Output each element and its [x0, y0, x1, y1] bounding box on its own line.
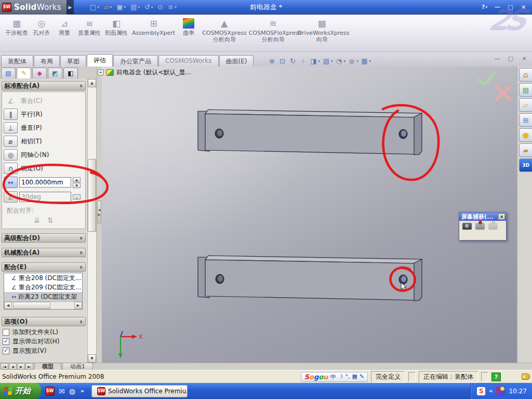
view-palette-icon[interactable]: ⊞: [519, 113, 532, 127]
display-style-icon[interactable]: ◔: [335, 57, 345, 65]
new-document-icon[interactable]: □: [88, 2, 101, 12]
quicklaunch-overflow-icon[interactable]: »: [81, 388, 84, 394]
animation1-tab[interactable]: 动画1: [62, 363, 93, 370]
sogou-ime-bar[interactable]: Sogou 中☽°,▦✎: [301, 372, 368, 382]
advanced-mates-header[interactable]: 高级配合(D) »: [2, 233, 86, 243]
section-view-icon[interactable]: ◨: [309, 57, 320, 65]
mate-type-icon[interactable]: ∥: [4, 109, 18, 120]
mate-perpendicular[interactable]: ⊥ 垂直(P): [4, 121, 84, 135]
mates-list-header[interactable]: 配合(E) «: [2, 262, 86, 272]
driveworksxpress-button[interactable]: ▩ DriveWorksXpress 向导: [298, 17, 347, 44]
mate-type-icon[interactable]: ∩: [4, 163, 18, 174]
cosmosxpress-button[interactable]: ▲ COSMOSXpress 分析向导: [200, 17, 248, 44]
menu-expand-arrow-icon[interactable]: ▶: [66, 0, 74, 15]
sheet-nav-icon[interactable]: ▶|: [25, 363, 33, 370]
checkbox[interactable]: [3, 329, 9, 336]
mechanical-mates-header[interactable]: 机械配合(A) »: [2, 248, 86, 257]
interference-check-button[interactable]: ▦ 干涉检查: [3, 17, 30, 37]
tab-office-products[interactable]: 办公室产品: [113, 55, 158, 66]
doc-minimize-button[interactable]: —: [494, 55, 501, 62]
screen-capture-window[interactable]: 屏幕捕获(... ×: [459, 212, 507, 241]
record-video-icon[interactable]: [475, 223, 485, 230]
attachment-icon[interactable]: ⊙: [156, 2, 165, 12]
tab-surfaces[interactable]: 曲面(E): [219, 55, 254, 66]
cosmosfloxpress-button[interactable]: ≋ COSMOSFloXpress 分析向导: [249, 17, 298, 44]
mail-icon[interactable]: ✉: [59, 387, 65, 395]
mate-item-coincident[interactable]: ∠ 重合209 (DC固定支...: [4, 283, 82, 292]
capture-close-icon[interactable]: ×: [498, 214, 505, 220]
scroll-right-icon[interactable]: ▶: [74, 302, 82, 309]
save-icon[interactable]: ▣: [115, 2, 127, 12]
sheet-nav-icon[interactable]: |◀: [1, 363, 8, 370]
tree-expand-icon[interactable]: +: [98, 70, 103, 75]
start-button[interactable]: 开始: [0, 383, 41, 399]
show-desktop-icon[interactable]: ◍: [69, 387, 75, 395]
angle-icon[interactable]: ∠: [4, 191, 18, 203]
mate-parallel[interactable]: ∥ 平行(R): [4, 108, 84, 121]
mate-type-icon[interactable]: ⊥: [4, 122, 18, 134]
scroll-left-icon[interactable]: ◀: [4, 302, 12, 309]
appearances-icon[interactable]: ●: [519, 128, 532, 142]
splitter-grip[interactable]: ◀▶: [97, 201, 101, 223]
appearances-menu-icon[interactable]: ●: [348, 57, 358, 65]
checkbox[interactable]: [3, 338, 9, 345]
print-icon[interactable]: ▤: [129, 2, 141, 12]
mate-tangent[interactable]: ⌀ 相切(T): [4, 135, 84, 148]
measure-button[interactable]: ⊿ 测量: [53, 17, 76, 37]
distance-input[interactable]: [19, 177, 71, 188]
panel-splitter[interactable]: ◀▶: [96, 66, 102, 363]
zoom-area-icon[interactable]: ⊡: [278, 57, 286, 65]
mate-type-icon[interactable]: ◎: [4, 149, 18, 161]
mate-item-coincident[interactable]: ∠ 重合208 (DC固定支...: [4, 273, 82, 283]
mate-coincident[interactable]: ∠ 重合(C): [4, 94, 84, 108]
scene-icon[interactable]: ▦: [361, 57, 371, 65]
mate-type-icon[interactable]: ∠: [4, 95, 18, 107]
dimxpert-tab[interactable]: ◧: [63, 68, 78, 78]
hole-alignment-button[interactable]: ◎ 孔对齐: [30, 17, 53, 37]
ime-icon[interactable]: ▦: [352, 373, 357, 381]
assemblyxpert-button[interactable]: ⊞ AssemblyXpert: [130, 17, 177, 37]
option-show-preview[interactable]: 显示预览(V): [3, 346, 86, 355]
assembly-root-label[interactable]: 前电器盒 (默认<默认_显...: [116, 68, 191, 77]
capture-window-titlebar[interactable]: 屏幕捕获(... ×: [459, 212, 506, 221]
solidworks-quicklaunch-icon[interactable]: SW: [45, 387, 55, 396]
doc-restore-button[interactable]: ▢: [507, 55, 514, 62]
help-button[interactable]: ?: [479, 3, 490, 12]
3d-content-icon[interactable]: 3D: [519, 158, 532, 172]
doc-close-button[interactable]: ×: [521, 55, 528, 62]
model-tab[interactable]: 模型: [34, 363, 61, 370]
section-properties-button[interactable]: ◧ 剖面属性: [103, 17, 130, 37]
configurationmanager-tab[interactable]: ◆: [32, 68, 47, 78]
mate-concentric[interactable]: ◎ 同轴心(N): [4, 148, 84, 162]
undo-icon[interactable]: ↺: [143, 2, 154, 12]
tab-assembly[interactable]: 装配体: [1, 55, 33, 66]
graphics-viewport[interactable]: X 屏幕捕获(... ×: [102, 66, 517, 363]
scroll-up-icon[interactable]: ▲: [88, 79, 96, 87]
tab-cosmosworks[interactable]: COSMOSWorks: [158, 55, 219, 66]
panel-scrollbar[interactable]: ▲ ▼: [87, 79, 96, 363]
tray-collapse-icon[interactable]: «: [489, 388, 493, 394]
sheet-nav-icon[interactable]: ▶: [17, 363, 25, 370]
graphics-tray-icon[interactable]: [496, 387, 505, 395]
sheet-nav-icon[interactable]: ◀: [9, 363, 17, 370]
rotate-view-icon[interactable]: ↻: [288, 57, 297, 65]
mate-item-distance[interactable]: ↔ 距离23 (DC固定支架: [4, 292, 82, 301]
curvature-button[interactable]: 曲率: [177, 17, 200, 37]
tab-layout[interactable]: 布局: [34, 55, 60, 66]
taskbar-button-solidworks[interactable]: SW SolidWorks Office Premiu...: [91, 385, 188, 397]
mate-type-icon[interactable]: ⌀: [4, 136, 18, 147]
capture-image-icon[interactable]: [462, 223, 472, 230]
scroll-thumb[interactable]: [88, 159, 96, 232]
mate-lock[interactable]: ∩ 锁定(O): [4, 162, 84, 175]
featuremanager-tab[interactable]: ▤: [1, 68, 16, 78]
zoom-fit-icon[interactable]: ⊕: [268, 57, 276, 65]
standard-mates-header[interactable]: 标准配合(A) «: [2, 81, 86, 90]
bracket-part-top[interactable]: [198, 110, 422, 155]
file-explorer-icon[interactable]: ▱: [519, 98, 532, 112]
tab-evaluate[interactable]: 评估: [87, 54, 113, 66]
quick-tips-icon[interactable]: ?: [491, 373, 501, 381]
custom-properties-icon[interactable]: ▰: [519, 143, 532, 157]
checkbox[interactable]: [3, 348, 9, 354]
angle-input[interactable]: [19, 192, 71, 202]
design-library-icon[interactable]: ▤: [519, 83, 532, 97]
